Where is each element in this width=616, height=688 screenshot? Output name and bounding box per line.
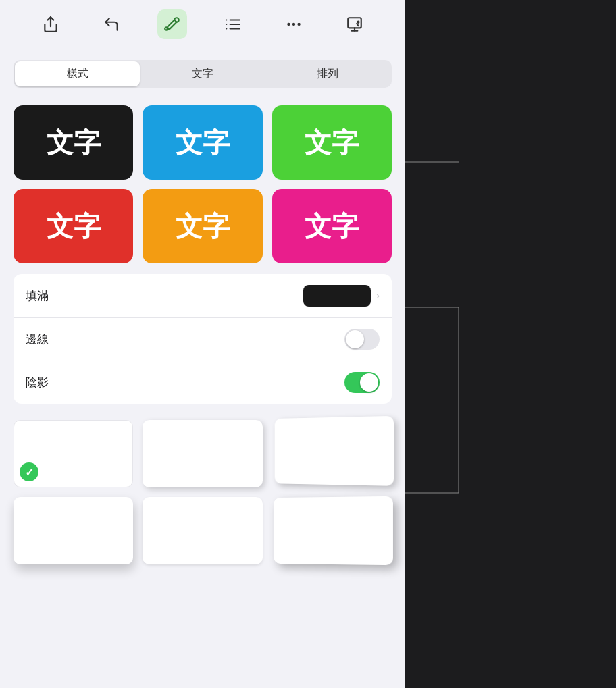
border-row[interactable]: 邊線: [14, 318, 392, 361]
style-presets: 文字 文字 文字 文字 文字 文字: [0, 99, 405, 274]
preset-orange-label: 文字: [176, 208, 230, 245]
undo-icon[interactable]: [97, 9, 126, 39]
border-toggle-thumb: [346, 330, 364, 348]
shadow-toggle-thumb: [360, 373, 378, 392]
toolbar: [0, 0, 405, 49]
list-icon[interactable]: [218, 9, 248, 39]
shadow-presets: [0, 413, 405, 575]
format-paintbrush-icon[interactable]: [157, 9, 187, 39]
preset-green[interactable]: 文字: [272, 105, 392, 180]
dark-side-panel: [405, 0, 616, 688]
border-toggle[interactable]: [344, 329, 380, 350]
preset-red[interactable]: 文字: [14, 189, 133, 263]
shadow-preset-4[interactable]: [14, 497, 133, 564]
preset-pink-label: 文字: [305, 208, 359, 245]
tab-text[interactable]: 文字: [140, 61, 265, 86]
shadow-preset-3[interactable]: [274, 416, 394, 486]
fill-chevron-icon: ›: [376, 290, 380, 302]
shadow-preset-6[interactable]: [274, 496, 393, 565]
preset-blue-label: 文字: [176, 124, 230, 161]
tab-bar: 樣式 文字 排列: [14, 60, 392, 88]
tab-arrange[interactable]: 排列: [265, 61, 390, 86]
border-label: 邊線: [26, 332, 344, 347]
fill-row-right: ›: [303, 285, 380, 307]
shadow-preset-5[interactable]: [143, 497, 262, 564]
style-options-section: 填滿 › 邊線 陰影: [14, 274, 392, 404]
svg-point-7: [293, 24, 294, 25]
fill-color-swatch[interactable]: [303, 285, 371, 307]
fill-label: 填滿: [26, 288, 303, 304]
more-options-icon[interactable]: [279, 9, 309, 39]
preset-pink[interactable]: 文字: [272, 189, 392, 263]
shadow-preset-2[interactable]: [143, 420, 262, 487]
border-row-right: [344, 329, 380, 350]
preview-icon[interactable]: [340, 9, 369, 39]
shadow-label: 陰影: [26, 375, 344, 390]
preset-orange[interactable]: 文字: [143, 189, 262, 263]
svg-point-9: [288, 24, 289, 25]
shadow-toggle[interactable]: [344, 372, 380, 393]
selected-check: [20, 462, 38, 481]
preset-blue[interactable]: 文字: [143, 105, 262, 180]
shadow-row-right: [344, 372, 380, 393]
fill-row[interactable]: 填滿 ›: [14, 274, 392, 318]
format-panel: 樣式 文字 排列 文字 文字 文字 文字 文字 文字 填滿 ›: [0, 0, 405, 688]
svg-point-8: [299, 24, 300, 25]
preset-green-label: 文字: [305, 124, 359, 161]
shadow-row[interactable]: 陰影: [14, 361, 392, 404]
tab-style[interactable]: 樣式: [15, 61, 140, 86]
connector-lines: [405, 0, 616, 688]
preset-black[interactable]: 文字: [14, 105, 133, 180]
preset-red-label: 文字: [47, 208, 101, 245]
shadow-preset-1[interactable]: [14, 420, 133, 487]
preset-black-label: 文字: [47, 124, 101, 161]
share-icon[interactable]: [36, 9, 66, 39]
